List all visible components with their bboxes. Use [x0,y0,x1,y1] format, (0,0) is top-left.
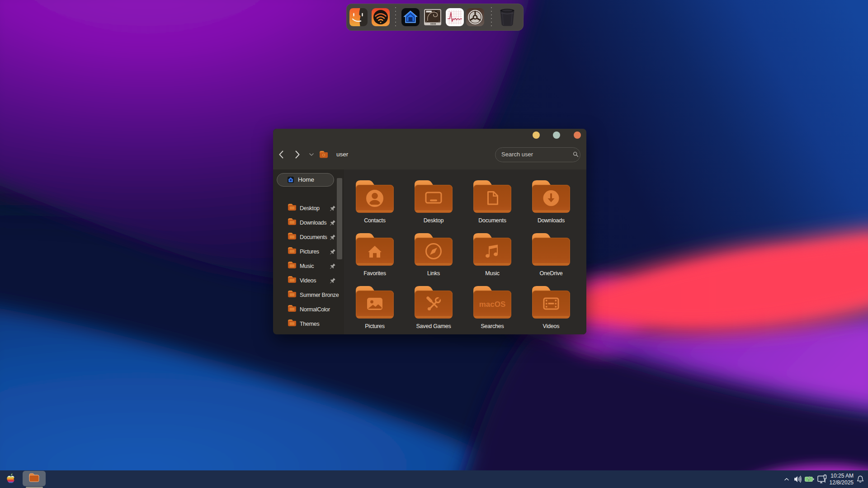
svg-text:macOS: macOS [479,300,506,309]
